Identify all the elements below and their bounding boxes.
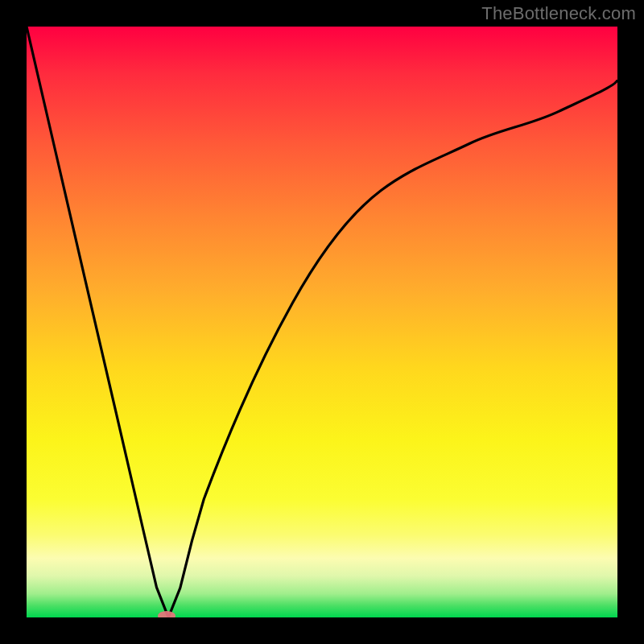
curve-path (27, 27, 617, 617)
notch-marker (158, 611, 175, 617)
chart-frame: TheBottleneck.com (0, 0, 644, 644)
bottleneck-curve (27, 27, 617, 617)
plot-area (27, 27, 617, 617)
watermark-text: TheBottleneck.com (481, 3, 636, 24)
